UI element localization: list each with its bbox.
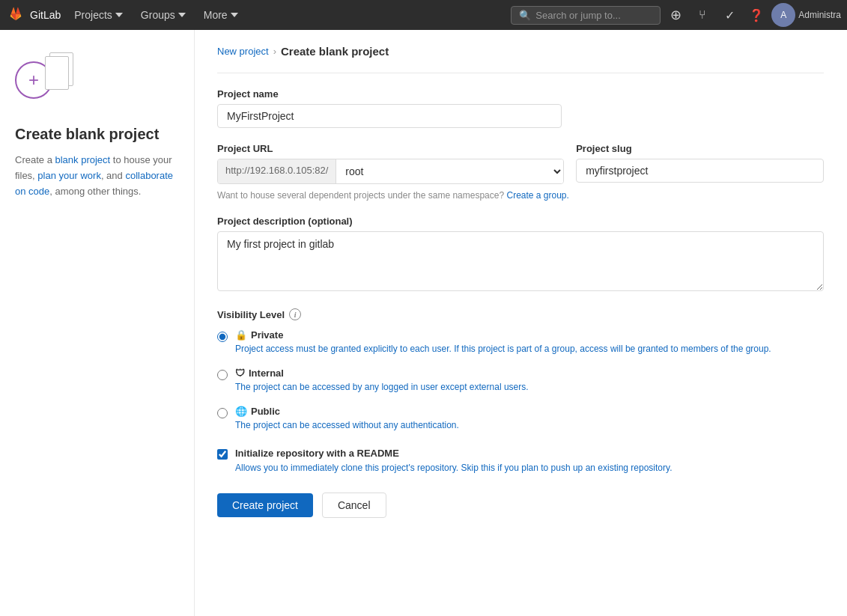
visibility-private-label: 🔒 Private Project access must be granted… <box>235 329 771 356</box>
nav-projects[interactable]: Projects <box>67 0 130 30</box>
gitlab-brand[interactable]: GitLab <box>6 5 61 25</box>
init-readme-label-group: Initialize repository with a README Allo… <box>235 447 672 475</box>
project-url-group: Project URL http://192.168.0.105:82/ roo… <box>217 143 564 184</box>
project-slug-input[interactable] <box>576 159 824 183</box>
visibility-help-icon[interactable]: i <box>289 308 301 320</box>
main-content: New project › Create blank project Proje… <box>195 30 846 616</box>
globe-icon: 🌐 <box>235 406 247 417</box>
admin-label: Administra <box>798 10 841 20</box>
breadcrumb: New project › Create blank project <box>217 45 824 58</box>
project-name-label: Project name <box>217 88 824 100</box>
init-readme-option: Initialize repository with a README Allo… <box>217 447 824 475</box>
project-name-group: Project name <box>217 88 824 128</box>
visibility-internal-label: 🛡 Internal The project can be accessed b… <box>235 368 529 394</box>
shield-icon: 🛡 <box>235 368 245 379</box>
breadcrumb-parent[interactable]: New project <box>217 46 269 57</box>
visibility-private-desc: Project access must be granted explicitl… <box>235 342 771 356</box>
url-prefix: http://192.168.0.105:82/ <box>218 159 336 183</box>
visibility-private-option: 🔒 Private Project access must be granted… <box>217 329 824 356</box>
create-group-link[interactable]: Create a group. <box>506 190 568 201</box>
project-slug-label: Project slug <box>576 143 824 154</box>
help-button[interactable]: ❓ <box>744 3 768 27</box>
url-input-group: http://192.168.0.105:82/ root <box>217 159 564 184</box>
navbar-right: 🔍 ⊕ ⑂ ✓ ❓ A Administra <box>511 3 841 27</box>
sidebar-title: Create blank project <box>15 124 179 144</box>
url-slug-row: Project URL http://192.168.0.105:82/ roo… <box>217 143 824 184</box>
project-name-input[interactable] <box>217 104 562 128</box>
visibility-internal-option: 🛡 Internal The project can be accessed b… <box>217 368 824 394</box>
header-divider <box>217 73 824 73</box>
search-input[interactable] <box>535 10 640 21</box>
visibility-public-label: 🌐 Public The project can be accessed wit… <box>235 406 459 432</box>
namespace-select[interactable]: root <box>336 159 563 183</box>
project-url-label: Project URL <box>217 143 564 154</box>
merge-requests-button[interactable]: ⑂ <box>690 3 714 27</box>
nav-groups[interactable]: Groups <box>133 0 193 30</box>
project-desc-label: Project description (optional) <box>217 216 824 227</box>
visibility-internal-radio[interactable] <box>217 370 228 380</box>
init-readme-label[interactable]: Initialize repository with a README <box>235 448 399 459</box>
search-box[interactable]: 🔍 <box>511 6 661 25</box>
new-project-icon: + <box>15 52 75 112</box>
page-wrapper: + Create blank project Create a blank pr… <box>0 30 847 616</box>
sidebar-description: Create a blank project to house your fil… <box>15 153 179 199</box>
visibility-heading: Visibility Level i <box>217 308 824 320</box>
user-avatar[interactable]: A <box>771 3 795 27</box>
form-actions: Create project Cancel <box>217 493 824 518</box>
navbar: GitLab Projects Groups More 🔍 ⊕ ⑂ ✓ ❓ A … <box>0 0 847 30</box>
breadcrumb-current: Create blank project <box>281 45 389 58</box>
lock-icon: 🔒 <box>235 329 247 341</box>
visibility-private-radio[interactable] <box>217 332 228 342</box>
project-slug-group: Project slug <box>576 143 824 184</box>
namespace-help: Want to house several dependent projects… <box>217 190 824 201</box>
sidebar: + Create blank project Create a blank pr… <box>0 30 195 616</box>
visibility-internal-desc: The project can be accessed by any logge… <box>235 380 529 394</box>
visibility-group: Visibility Level i 🔒 Private Project acc… <box>217 308 824 432</box>
init-readme-checkbox[interactable] <box>217 449 228 460</box>
todo-button[interactable]: ✓ <box>717 3 741 27</box>
project-desc-group: Project description (optional) My first … <box>217 216 824 293</box>
create-project-button[interactable]: Create project <box>217 493 313 517</box>
init-readme-desc: Allows you to immediately clone this pro… <box>235 461 672 475</box>
sidebar-plan-link[interactable]: plan your work <box>37 170 101 181</box>
breadcrumb-separator: › <box>273 46 276 57</box>
sidebar-blank-link[interactable]: blank project <box>55 154 110 165</box>
nav-more[interactable]: More <box>196 0 246 30</box>
pages-icon <box>45 52 75 94</box>
new-item-button[interactable]: ⊕ <box>664 3 687 27</box>
search-icon: 🔍 <box>519 10 531 21</box>
visibility-public-desc: The project can be accessed without any … <box>235 418 459 432</box>
visibility-public-radio[interactable] <box>217 408 228 418</box>
cancel-button[interactable]: Cancel <box>322 493 386 518</box>
visibility-public-option: 🌐 Public The project can be accessed wit… <box>217 406 824 432</box>
project-desc-input[interactable]: My first project in gitlab <box>217 231 824 291</box>
